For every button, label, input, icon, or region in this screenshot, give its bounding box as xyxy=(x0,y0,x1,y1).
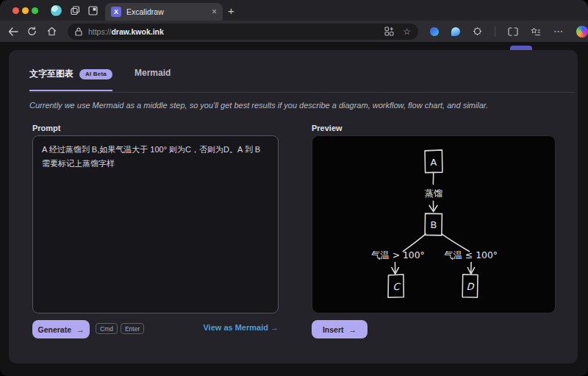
prompt-textarea[interactable]: A 经过蒸馏到 B,如果气温大于 100° 则为C，否则为D。A 到 B 需要标… xyxy=(32,135,279,313)
lock-icon[interactable] xyxy=(75,27,82,36)
back-icon[interactable] xyxy=(7,25,19,38)
prompt-label: Prompt xyxy=(32,124,61,132)
tab-close-icon[interactable]: × xyxy=(212,7,217,16)
home-icon[interactable] xyxy=(46,25,58,38)
extensions-icon[interactable] xyxy=(473,26,482,36)
browser-window: X Excalidraw × + https://draw.kwok.ink ☆ xyxy=(0,0,588,376)
extension-icon-blue[interactable] xyxy=(430,27,439,36)
preview-label: Preview xyxy=(312,124,343,132)
node-a-label: A xyxy=(431,157,437,168)
tab-text-to-diagram[interactable]: 文字至图表 AI Beta xyxy=(29,68,112,91)
tab-strip: X Excalidraw × + xyxy=(0,0,588,21)
flowchart-svg: A 蒸馏 B 气温 > 100° 气温 ≤ 100° xyxy=(312,136,555,313)
edge-bc-label: 气温 > 100° xyxy=(371,249,425,260)
browser-tab-excalidraw[interactable]: X Excalidraw × xyxy=(105,3,223,21)
toolbar-right-icons: ⋯ xyxy=(430,26,588,38)
minimize-window-button[interactable] xyxy=(22,7,29,14)
insert-button-label: Insert xyxy=(323,325,344,334)
workspaces-icon[interactable] xyxy=(70,5,80,15)
tab-mermaid-label: Mermaid xyxy=(135,68,171,78)
reload-icon[interactable] xyxy=(26,25,38,38)
copilot-icon[interactable] xyxy=(576,26,588,38)
ai-beta-badge: AI Beta xyxy=(79,69,112,79)
url-domain: draw.kwok.ink xyxy=(111,27,163,36)
generate-button-label: Generate xyxy=(37,325,71,334)
tab-text-to-diagram-label: 文字至图表 xyxy=(29,68,74,80)
more-menu-icon[interactable]: ⋯ xyxy=(553,26,564,37)
generate-button[interactable]: Generate → xyxy=(32,320,90,338)
address-bar[interactable]: https://draw.kwok.ink ☆ xyxy=(68,24,418,40)
close-window-button[interactable] xyxy=(12,7,19,14)
keyboard-hint: Cmd Enter xyxy=(96,323,144,334)
browser-toolbar: https://draw.kwok.ink ☆ ⋯ xyxy=(0,21,588,42)
dialog-note: Currently we use Mermaid as a middle ste… xyxy=(29,101,488,110)
generate-arrow-icon: → xyxy=(76,325,85,334)
tab-title: Excalidraw xyxy=(126,7,212,16)
profile-avatar[interactable] xyxy=(50,4,62,17)
split-screen-icon[interactable] xyxy=(508,27,518,36)
url-text: https://draw.kwok.ink xyxy=(88,27,164,36)
vertical-tabs-icon[interactable] xyxy=(87,5,98,15)
view-as-mermaid-link[interactable]: View as Mermaid → xyxy=(203,323,279,332)
excalidraw-favicon: X xyxy=(111,7,121,17)
collections-icon[interactable] xyxy=(384,26,394,36)
tab-mermaid[interactable]: Mermaid xyxy=(135,68,171,88)
node-d-label: D xyxy=(467,281,475,292)
bookmark-star-icon[interactable]: ☆ xyxy=(403,26,411,37)
toolbar-divider xyxy=(495,26,495,37)
kbd-cmd: Cmd xyxy=(96,323,118,334)
insert-button[interactable]: Insert → xyxy=(312,320,368,338)
zoom-window-button[interactable] xyxy=(32,7,38,14)
url-scheme: https:// xyxy=(88,27,112,36)
insert-arrow-icon: → xyxy=(349,325,357,334)
node-c-label: C xyxy=(392,281,401,292)
node-b-label: B xyxy=(431,219,437,230)
dialog-tabbar: 文字至图表 AI Beta Mermaid xyxy=(29,68,575,93)
page-content: 文字至图表 AI Beta Mermaid Currently we use M… xyxy=(0,42,588,376)
text-to-diagram-dialog: 文字至图表 AI Beta Mermaid Currently we use M… xyxy=(9,50,578,363)
edge-ab-label: 蒸馏 xyxy=(425,188,443,199)
extension-icon-cyan[interactable] xyxy=(451,27,460,36)
kbd-enter: Enter xyxy=(121,323,144,334)
new-tab-button[interactable]: + xyxy=(228,4,234,17)
favorites-list-icon[interactable] xyxy=(531,27,541,36)
diagram-preview: A 蒸馏 B 气温 > 100° 气温 ≤ 100° xyxy=(312,135,556,313)
edge-bd-label: 气温 ≤ 100° xyxy=(444,249,498,260)
